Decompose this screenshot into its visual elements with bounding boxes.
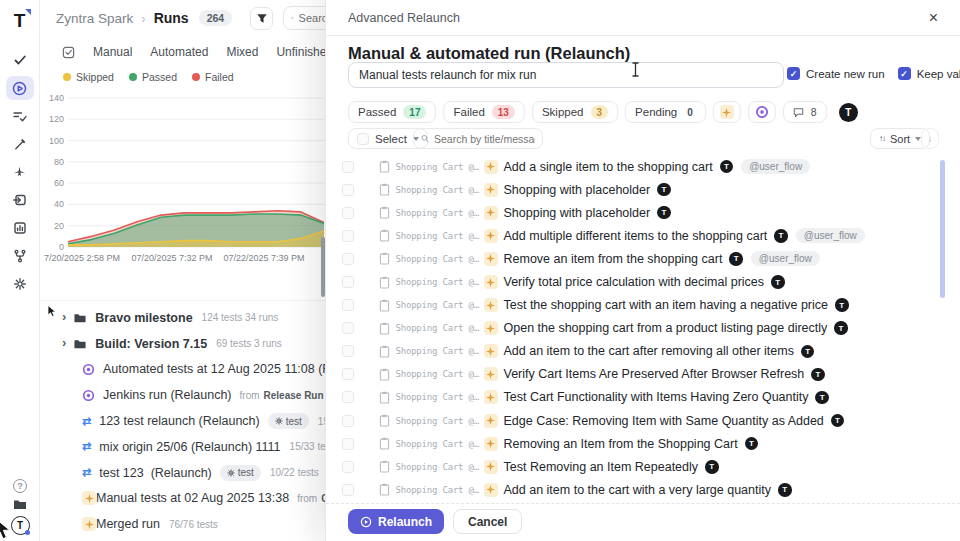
status-filter-chip[interactable]: Skipped 3 — [532, 101, 618, 123]
row-checkbox[interactable] — [342, 484, 354, 496]
settings-icon[interactable] — [6, 272, 34, 296]
select-runs-icon[interactable] — [62, 46, 75, 59]
breadcrumb-section[interactable]: Runs — [154, 10, 189, 26]
svg-text:120: 120 — [49, 114, 64, 124]
test-result-row[interactable]: Shopping Cart @… Add an item to the cart… — [342, 340, 942, 363]
folder-icon — [73, 338, 87, 350]
test-result-row[interactable]: Shopping Cart @… Remove an item from the… — [342, 247, 942, 270]
topbar: Zyntra Spark › Runs 264 × — [40, 0, 371, 36]
run-tree-item[interactable]: › ⇄ Automated tests at 12 Aug 2025 11:08… — [40, 357, 334, 383]
run-tree-item[interactable]: › ⇄ Bravo milestone 124 tests 34 runs — [40, 305, 334, 331]
help-icon[interactable]: ? — [13, 479, 27, 493]
sort-direction-button[interactable]: ↓ — [921, 128, 939, 149]
projects-folder-icon[interactable] — [12, 498, 28, 511]
test-result-row[interactable]: Shopping Cart @… Test the shopping cart … — [342, 294, 942, 317]
test-result-row[interactable]: Shopping Cart @… Test Removing an Item R… — [342, 455, 942, 478]
filter-button[interactable] — [250, 7, 273, 30]
test-result-row[interactable]: Shopping Cart @… Removing an Item from t… — [342, 432, 942, 455]
test-result-row[interactable]: Shopping Cart @… Shopping with placehold… — [342, 201, 942, 224]
svg-text:40: 40 — [54, 199, 64, 209]
list-toolbar: Select ↑↓ Sort ↓ — [348, 128, 939, 149]
runs-history-chart: 0204060801001201407/20/2025 2:58 PM07/20… — [40, 88, 330, 268]
runs-tab[interactable]: Mixed — [226, 45, 258, 59]
row-checkbox[interactable] — [342, 299, 354, 311]
tests-icon[interactable] — [6, 48, 34, 72]
run-tree-item[interactable]: › ⇄ mix origin 25/06 (Relaunch) 1111 15/… — [40, 434, 334, 460]
runs-tab[interactable]: Automated — [150, 45, 208, 59]
row-checkbox[interactable] — [342, 322, 354, 334]
test-result-row[interactable]: Shopping Cart @… Open the shopping cart … — [342, 317, 942, 340]
test-result-row[interactable]: Shopping Cart @… Add a single item to th… — [342, 155, 942, 178]
manual-run-icon — [484, 344, 498, 358]
status-filter-chip[interactable]: Pending 0 — [625, 101, 706, 123]
chevron-right-icon[interactable]: › — [62, 335, 66, 350]
app-logo[interactable]: T — [8, 8, 32, 32]
test-result-row[interactable]: Shopping Cart @… Shopping with placehold… — [342, 178, 942, 201]
run-tree-item[interactable]: › ⇄ test 123 (Relaunch) test — [40, 460, 334, 486]
chip-count: 0 — [684, 105, 696, 119]
row-checkbox[interactable] — [342, 161, 354, 173]
imports-icon[interactable] — [6, 188, 34, 212]
cancel-button[interactable]: Cancel — [453, 509, 522, 534]
create-new-run-checkbox[interactable]: Create new run — [787, 67, 885, 80]
list-search-input[interactable] — [434, 133, 535, 145]
list-scrollbar[interactable] — [940, 160, 945, 298]
close-icon[interactable]: × — [929, 10, 938, 26]
status-filter-chip[interactable]: Failed 13 — [443, 101, 524, 123]
chip-label: Skipped — [542, 106, 584, 118]
comments-filter-chip[interactable]: 8 — [783, 101, 827, 123]
breadcrumb-project[interactable]: Zyntra Spark — [56, 11, 133, 26]
row-checkbox[interactable] — [342, 184, 354, 196]
reports-icon[interactable] — [6, 216, 34, 240]
test-tag: @user_flow — [741, 159, 810, 174]
legend-item[interactable]: Skipped — [63, 71, 114, 83]
row-checkbox[interactable] — [342, 438, 354, 450]
branches-icon[interactable] — [6, 244, 34, 268]
run-tree-item[interactable]: › ⇄ Manual tests at 02 Aug 2025 13:38 fr… — [40, 486, 334, 512]
legend-item[interactable]: Failed — [192, 71, 234, 83]
row-checkbox[interactable] — [342, 276, 354, 288]
legend-item[interactable]: Passed — [129, 71, 177, 83]
manual-filter-chip[interactable] — [713, 101, 741, 123]
keep-values-checkbox[interactable]: Keep values ? — [898, 67, 960, 80]
runs-tab[interactable]: Manual — [93, 45, 132, 59]
test-result-row[interactable]: Shopping Cart @… Add multiple different … — [342, 224, 942, 247]
run-tree-item[interactable]: › ⇄ Build: Version 7.15 69 tests 3 runs — [40, 331, 334, 357]
run-tag-badge: test — [268, 413, 309, 429]
author-avatar-chip[interactable]: T — [839, 103, 858, 122]
test-suite-path: Shopping Cart @… — [396, 392, 484, 402]
status-filter-chip[interactable]: Passed 17 — [348, 101, 436, 123]
row-checkbox[interactable] — [342, 391, 354, 403]
test-status-icon — [360, 437, 373, 450]
relaunch-button[interactable]: Relaunch — [348, 509, 444, 534]
test-plans-icon[interactable] — [6, 104, 34, 128]
runs-icon[interactable] — [6, 76, 34, 100]
row-checkbox[interactable] — [342, 461, 354, 473]
row-checkbox[interactable] — [342, 207, 354, 219]
test-result-row[interactable]: Shopping Cart @… Edge Case: Removing Ite… — [342, 409, 942, 432]
test-result-row[interactable]: Shopping Cart @… Add an item to the cart… — [342, 478, 942, 501]
edit-icon[interactable] — [6, 132, 34, 156]
test-title: Add an item to the cart after removing a… — [504, 344, 794, 358]
user-avatar[interactable]: T — [11, 516, 30, 535]
test-result-row[interactable]: Shopping Cart @… Test Cart Functionality… — [342, 386, 942, 409]
test-result-row[interactable]: Shopping Cart @… Verify total price calc… — [342, 270, 942, 293]
chevron-right-icon[interactable]: › — [62, 309, 66, 324]
test-result-row[interactable]: Shopping Cart @… Verify Cart Items Are P… — [342, 363, 942, 386]
row-checkbox[interactable] — [342, 415, 354, 427]
row-checkbox[interactable] — [342, 368, 354, 380]
automated-filter-chip[interactable] — [748, 101, 776, 123]
run-tree-item[interactable]: › ⇄ 123 test relaunch (Relaunch) test — [40, 408, 334, 434]
row-checkbox[interactable] — [342, 345, 354, 357]
row-checkbox[interactable] — [342, 230, 354, 242]
launches-icon[interactable] — [6, 160, 34, 184]
test-tag: @user_flow — [751, 251, 820, 266]
run-tree-item[interactable]: › ⇄ Jenkins run (Relaunch) from Release … — [40, 382, 334, 408]
run-name-input[interactable] — [348, 62, 784, 88]
chip-count: 3 — [591, 105, 609, 119]
gear-icon — [227, 469, 235, 477]
test-status-icon — [360, 461, 373, 474]
list-search[interactable] — [413, 128, 543, 149]
run-tree-item[interactable]: › ⇄ Merged run 76/76 tests — [40, 511, 334, 537]
row-checkbox[interactable] — [342, 253, 354, 265]
